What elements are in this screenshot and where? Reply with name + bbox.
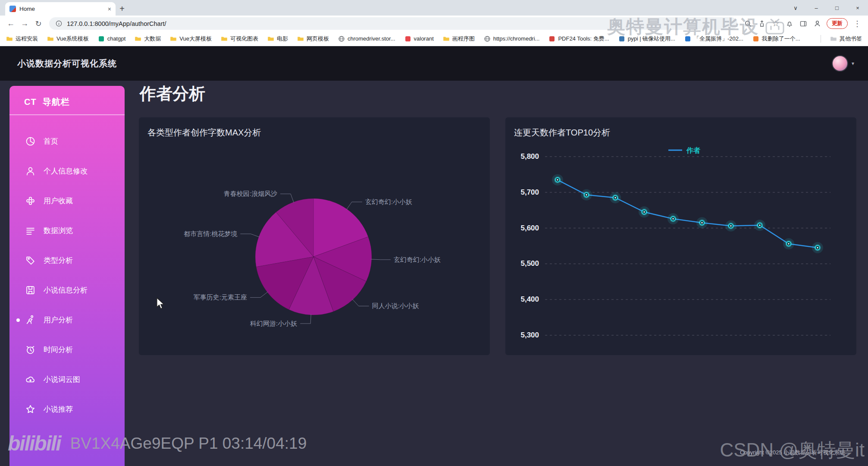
bookmark-label: PDF24 Tools: 免费...: [558, 35, 609, 43]
folder-icon: [830, 35, 837, 42]
bookmark-item[interactable]: chatgpt: [98, 35, 126, 42]
site-info-icon[interactable]: [54, 17, 63, 30]
sidebar-item-time-analysis[interactable]: 时间分析: [9, 335, 125, 365]
bookmark-label: Vue系统模板: [56, 35, 89, 43]
sidebar-item-label: 数据浏览: [44, 226, 73, 236]
point-core: [817, 247, 818, 249]
pie-label: 玄幻奇幻:小小妖: [394, 256, 441, 263]
bookmark-item[interactable]: 大数据: [135, 35, 161, 43]
sidebar: CT 导航栏 首页个人信息修改用户收藏数据浏览类型分析小说信息分析用户分析时间分…: [9, 86, 125, 466]
site-favicon: [404, 35, 411, 42]
line-chart-card: 连更天数作者TOP10分析 5,8005,7005,6005,5005,4005…: [505, 117, 856, 355]
other-bookmarks[interactable]: 其他书签: [830, 35, 862, 43]
point-core: [643, 211, 645, 213]
bookmark-label: chatgpt: [107, 35, 126, 42]
tab-search-icon[interactable]: ∨: [785, 0, 806, 16]
sidebar-item-label: 类型分析: [44, 255, 73, 265]
user-menu[interactable]: ▾: [832, 55, 854, 72]
y-axis-tick: 5,300: [520, 331, 539, 339]
point-core: [614, 197, 616, 198]
extension-bell-icon[interactable]: [783, 17, 796, 30]
list-icon: [25, 225, 36, 236]
bookmark-label: https://chromedri...: [493, 35, 540, 42]
profile-icon[interactable]: [811, 17, 824, 30]
new-tab-button[interactable]: +: [116, 2, 128, 15]
sidebar-header: CT 导航栏: [9, 86, 125, 108]
user-avatar[interactable]: [832, 55, 848, 72]
site-favicon: [548, 35, 555, 42]
back-icon[interactable]: ←: [4, 17, 17, 30]
app-title: 小说数据分析可视化系统: [17, 58, 117, 69]
bookmark-item[interactable]: Vue系统模板: [47, 35, 89, 43]
point-core: [701, 222, 703, 224]
folder-icon: [443, 35, 450, 42]
sidebar-item-profile-edit[interactable]: 个人信息修改: [9, 156, 125, 186]
sidebar-item-home[interactable]: 首页: [9, 126, 125, 156]
maximize-button[interactable]: □: [827, 0, 847, 16]
sidebar-item-recommend[interactable]: 小说推荐: [9, 394, 125, 424]
line-chart-title: 连更天数作者TOP10分析: [514, 127, 610, 139]
point-core: [586, 194, 587, 196]
sidebar-item-wordcloud[interactable]: 小说词云图: [9, 365, 125, 394]
sidebar-item-data-browse[interactable]: 数据浏览: [9, 216, 125, 246]
bookmark-item[interactable]: 电影: [267, 35, 288, 43]
bookmark-item[interactable]: 远程安装: [6, 35, 38, 43]
chrome-update-badge[interactable]: 更新: [827, 18, 848, 29]
point-core: [730, 225, 732, 227]
pie-label: 玄幻奇幻:小小妖: [365, 198, 412, 205]
bookmark-item[interactable]: 可视化图表: [221, 35, 258, 43]
flower-icon: [25, 195, 36, 206]
pie-label: 科幻网游:小小妖: [250, 320, 297, 327]
pie-chart-card: 各类型作者创作字数MAX分析 玄幻奇幻:小小妖玄幻奇幻:小小妖同人小说:小小妖科…: [139, 117, 490, 355]
close-button[interactable]: ×: [847, 0, 868, 16]
folder-icon: [267, 35, 274, 42]
y-axis-tick: 5,800: [520, 152, 539, 161]
caret-down-icon: ▾: [852, 60, 854, 66]
bookmark-item[interactable]: valorant: [404, 35, 434, 42]
bookmark-label: Vue大屏模板: [179, 35, 212, 43]
sidebar-item-label: 用户收藏: [44, 196, 73, 206]
pie-label-line: [300, 314, 311, 324]
sidebar-item-novel-info-analysis[interactable]: 小说信息分析: [9, 275, 125, 305]
sidebar-menu: 首页个人信息修改用户收藏数据浏览类型分析小说信息分析用户分析时间分析小说词云图小…: [9, 126, 125, 424]
kebab-menu-icon[interactable]: ⋮: [851, 17, 864, 30]
point-core: [557, 179, 558, 181]
tab-title: Home: [19, 6, 104, 12]
cloud-icon: [25, 374, 36, 385]
browser-tab[interactable]: Home ×: [5, 2, 116, 16]
bookmark-item[interactable]: Vue大屏模板: [170, 35, 212, 43]
watermark-bottom-right: CSDN @奥特曼it: [720, 438, 865, 463]
legend-label[interactable]: 作者: [686, 147, 700, 154]
folder-icon: [135, 35, 141, 42]
pie-label-line: [240, 234, 260, 237]
reload-icon[interactable]: ↻: [32, 17, 45, 30]
sidebar-item-label: 用户分析: [44, 315, 73, 325]
user-icon: [25, 166, 36, 176]
star-icon: [25, 404, 36, 415]
page-title: 作者分析: [140, 83, 205, 105]
minimize-button[interactable]: –: [806, 0, 827, 16]
pie-label-line: [250, 292, 268, 297]
tab-close-icon[interactable]: ×: [108, 6, 111, 13]
pie-chart[interactable]: 玄幻奇幻:小小妖玄幻奇幻:小小妖同人小说:小小妖科幻网游:小小妖军事历史:元素王…: [139, 117, 490, 355]
bookmark-item[interactable]: 画程序图: [443, 35, 475, 43]
forward-icon[interactable]: →: [18, 17, 31, 30]
folder-icon: [6, 35, 13, 42]
alarm-icon: [25, 344, 36, 355]
site-favicon: [98, 35, 105, 42]
pie-label-line: [280, 194, 294, 203]
bookmark-item[interactable]: https://chromedri...: [484, 35, 540, 42]
side-panel-icon[interactable]: [797, 17, 810, 30]
y-axis-tick: 5,400: [520, 295, 539, 303]
pie-label: 青春校园:浪烟风沙: [224, 190, 277, 197]
bookmark-item[interactable]: 网页模板: [297, 35, 329, 43]
line-chart[interactable]: 5,8005,7005,6005,5005,4005,300作者: [505, 117, 856, 355]
tag-icon: [25, 255, 36, 266]
bookmark-item[interactable]: chromedriver.stor...: [338, 35, 395, 42]
bookmark-label: chromedriver.stor...: [348, 35, 395, 42]
sidebar-item-favorites[interactable]: 用户收藏: [9, 186, 125, 216]
sidebar-item-user-analysis[interactable]: 用户分析: [9, 305, 125, 335]
bookmark-item[interactable]: PDF24 Tools: 免费...: [548, 35, 609, 43]
sidebar-item-type-analysis[interactable]: 类型分析: [9, 246, 125, 275]
point-core: [788, 243, 790, 245]
